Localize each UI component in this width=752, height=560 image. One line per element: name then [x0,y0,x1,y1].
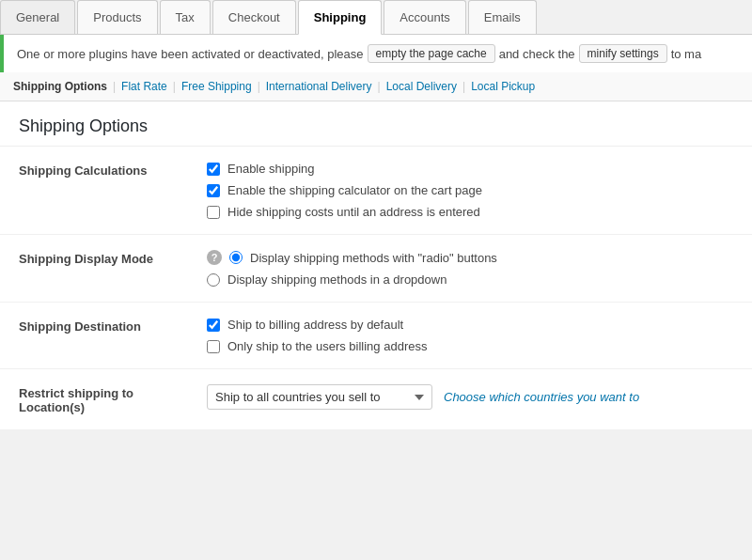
setting-row-shipping-destination: Shipping DestinationShip to billing addr… [0,303,752,369]
tab-tax[interactable]: Tax [160,0,211,34]
option-row-hide-shipping: Hide shipping costs until an address is … [207,205,733,219]
minify-settings-button[interactable]: minify settings [579,44,667,63]
setting-row-shipping-display-mode: Shipping Display Mode?Display shipping m… [0,235,752,303]
select-row-restrict-shipping: Ship to all countries you sell toSpecifi… [207,384,733,410]
setting-control-shipping-display-mode: ?Display shipping methods with "radio" b… [188,235,752,303]
checkbox-label-only-billing: Only ship to the users billing address [227,339,427,353]
sub-nav-separator: | [378,80,381,93]
setting-control-shipping-calculations: Enable shippingEnable the shipping calcu… [188,147,752,235]
checkbox-enable-shipping[interactable] [207,163,220,176]
checkbox-shipping-calculator[interactable] [207,184,220,197]
setting-row-shipping-calculations: Shipping CalculationsEnable shippingEnab… [0,147,752,235]
tab-products[interactable]: Products [77,0,157,34]
tabs-bar: GeneralProductsTaxCheckoutShippingAccoun… [0,0,752,35]
setting-control-restrict-shipping: Ship to all countries you sell toSpecifi… [188,369,752,430]
sub-nav-separator: | [258,80,260,93]
select-hint-restrict-shipping: Choose which countries you want to [444,390,639,404]
sub-nav-free-shipping[interactable]: Free Shipping [181,80,252,93]
empty-cache-button[interactable]: empty the page cache [368,44,495,63]
option-row-enable-shipping: Enable shipping [207,162,733,176]
tab-emails[interactable]: Emails [468,0,537,34]
setting-label-shipping-display-mode: Shipping Display Mode [0,235,188,303]
content-area: Shipping Options|Flat Rate|Free Shipping… [0,72,752,430]
setting-control-shipping-destination: Ship to billing address by defaultOnly s… [188,303,752,369]
option-row-ship-billing: Ship to billing address by default [207,318,733,332]
checkbox-ship-billing[interactable] [207,319,220,332]
option-row-only-billing: Only ship to the users billing address [207,339,733,353]
select-restrict-shipping[interactable]: Ship to all countries you sell toSpecifi… [207,384,432,410]
checkbox-label-shipping-calculator: Enable the shipping calculator on the ca… [227,183,482,197]
radio-label-dropdown: Display shipping methods in a dropdown [227,272,446,287]
setting-label-shipping-destination: Shipping Destination [0,303,188,369]
help-icon[interactable]: ? [207,250,222,265]
radio-dropdown[interactable] [207,273,220,287]
notice-bar: One or more plugins have been activated … [0,35,752,72]
setting-label-restrict-shipping: Restrict shipping to Location(s) [0,369,188,430]
checkbox-label-hide-shipping: Hide shipping costs until an address is … [227,205,480,219]
checkbox-label-ship-billing: Ship to billing address by default [227,318,403,332]
sub-nav-shipping-options[interactable]: Shipping Options [13,80,107,93]
radio-label-radio-buttons: Display shipping methods with "radio" bu… [250,251,497,265]
notice-prefix: One or more plugins have been activated … [17,47,364,61]
settings-table: Shipping CalculationsEnable shippingEnab… [0,147,752,430]
radio-radio-buttons[interactable] [229,251,243,264]
option-row-shipping-calculator: Enable the shipping calculator on the ca… [207,183,733,197]
option-row-dropdown: Display shipping methods in a dropdown [207,272,733,287]
tab-shipping[interactable]: Shipping [298,0,383,35]
option-row-radio-buttons: ?Display shipping methods with "radio" b… [207,250,733,265]
section-title: Shipping Options [0,101,752,147]
sub-nav-separator: | [113,80,116,93]
setting-row-restrict-shipping: Restrict shipping to Location(s)Ship to … [0,369,752,430]
notice-middle: and check the [499,47,575,61]
sub-nav-international-delivery[interactable]: International Delivery [266,80,372,93]
sub-nav-local-pickup[interactable]: Local Pickup [471,80,535,93]
checkbox-hide-shipping[interactable] [207,206,220,219]
checkbox-only-billing[interactable] [207,340,220,353]
sub-nav: Shipping Options|Flat Rate|Free Shipping… [0,72,752,101]
sub-nav-separator: | [462,80,465,93]
sub-nav-local-delivery[interactable]: Local Delivery [386,80,457,93]
setting-label-shipping-calculations: Shipping Calculations [0,147,188,235]
tab-general[interactable]: General [0,0,75,34]
sub-nav-separator: | [173,80,176,93]
notice-suffix: to ma [671,47,702,61]
sub-nav-flat-rate[interactable]: Flat Rate [121,80,167,93]
checkbox-label-enable-shipping: Enable shipping [227,162,315,176]
tab-checkout[interactable]: Checkout [212,0,296,34]
tab-accounts[interactable]: Accounts [384,0,465,34]
